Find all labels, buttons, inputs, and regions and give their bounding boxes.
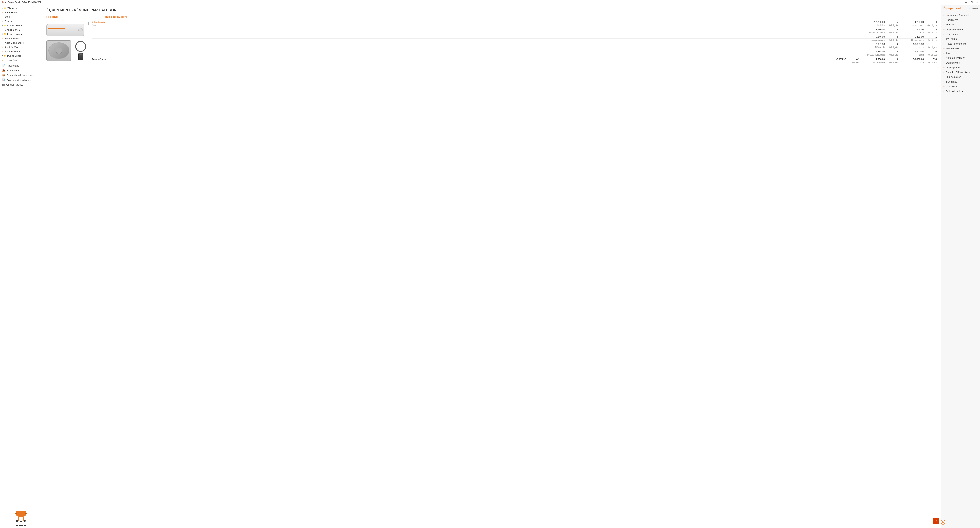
home-icon: ⌂ bbox=[1, 15, 4, 18]
close-button[interactable]: ✕ bbox=[975, 1, 979, 3]
right-panel-item-objets-pretes[interactable]: ● Objets prêtés bbox=[941, 65, 980, 70]
folder-icon: 📁 bbox=[3, 24, 6, 27]
total-row: Total général 99,855.90 42 4,558.00 6 78… bbox=[92, 57, 937, 61]
sidebar-label-edifice-futura-group: Edifice Futura bbox=[7, 33, 22, 35]
right-panel-item-jardin[interactable]: ● Jardin bbox=[941, 51, 980, 55]
expand-icon: ▼ bbox=[1, 33, 3, 35]
sidebar-item-appt-michelangelo[interactable]: ⌂ Appt Michelangelo bbox=[0, 41, 42, 45]
table-row: Villa Acacia 12,700.00 5 4,298.90 4 bbox=[92, 20, 937, 24]
right-panel-item-objets-divers[interactable]: ● Objets divers bbox=[941, 60, 980, 65]
page-title: ÉQUIPEMENT - RÉSUMÉ PAR CATÉGORIE bbox=[46, 8, 937, 12]
right-panel-item-objets-valeur-2[interactable]: ● Objets de valeur bbox=[941, 89, 980, 94]
right-panel-item-label: Documents bbox=[946, 19, 958, 21]
right-panel-item-label: Photo / Téléphonie bbox=[946, 42, 966, 45]
equipement-count: 6 bbox=[885, 58, 898, 60]
svg-rect-7 bbox=[15, 513, 17, 514]
sidebar-item-export-data-docs[interactable]: 📦 Export data & documents bbox=[0, 73, 42, 78]
sidebar-label-chalet-bianca-group: Chalet Bianca bbox=[7, 24, 22, 27]
font-size-icon[interactable]: Aa aa bbox=[972, 7, 978, 10]
value-2: 1,425.00 bbox=[898, 35, 924, 38]
sidebar-item-appt-amadeus[interactable]: ⌂ Appt Amadeus bbox=[0, 49, 42, 54]
sidebar-item-chalet-bianca-group[interactable]: ▼ 📁 Chalet Bianca bbox=[0, 23, 42, 28]
total-labels-row: # d'objets Équipement # d'objets Cave # … bbox=[92, 61, 937, 64]
right-panel-menu: ● Équipement / Résumé ● Documents ● Mobi… bbox=[941, 12, 980, 94]
chart-icon: 📊 bbox=[2, 78, 5, 81]
right-panel-item-tv-audio[interactable]: ● TV / Audio bbox=[941, 36, 980, 41]
right-panel-item-bloc-notes[interactable]: ● Bloc-notes bbox=[941, 79, 980, 84]
sidebar-item-archive[interactable]: 🗃 Afficher l'archive bbox=[0, 82, 42, 87]
link-icon[interactable]: ↗ bbox=[969, 7, 971, 10]
value-1: 2,901.00 bbox=[859, 43, 885, 45]
sidebar-label-appt-da-vinci: Appt Da Vinci bbox=[5, 46, 19, 48]
svg-text:O: O bbox=[935, 519, 937, 523]
app-icon: 🏠 bbox=[1, 1, 4, 3]
sidebar-item-rapportage[interactable]: 📄 Rapportage bbox=[0, 63, 42, 68]
sidebar-item-dunas-beach[interactable]: ⌂ Dunas Beach bbox=[0, 58, 42, 62]
right-panel-item-entretien[interactable]: ● Entretien / Réparations bbox=[941, 70, 980, 75]
equipement-objets-label: # d'objets bbox=[885, 61, 898, 64]
office-icon: O bbox=[933, 518, 939, 524]
sidebar-label-piscine: Piscine bbox=[5, 20, 13, 22]
sidebar-item-villa-acacia[interactable]: ⌂ Villa Acacia bbox=[0, 10, 42, 15]
count-2: 1 bbox=[924, 43, 937, 45]
bullet-icon: ● bbox=[943, 33, 945, 35]
sidebar-item-piscine[interactable]: ⌂ Piscine bbox=[0, 19, 42, 23]
right-panel-item-label: Électroménager bbox=[946, 33, 963, 35]
minimize-button[interactable]: — bbox=[964, 1, 968, 3]
residence-name: Villa Acacia bbox=[92, 21, 859, 23]
sidebar-item-edifice-futura[interactable]: ⌂ Edifice Futura bbox=[0, 36, 42, 41]
sidebar-item-chalet-bianca[interactable]: ⌂ Chalet Bianca bbox=[0, 28, 42, 32]
right-panel-item-mobilier[interactable]: ● Mobilier bbox=[941, 22, 980, 27]
sidebar-item-analyses[interactable]: 📊 Analyses et graphiques bbox=[0, 78, 42, 82]
sub-labels-row-2: Objets de valeur # d'objets Jardin # d'o… bbox=[92, 31, 937, 34]
folder-icon: 📁 bbox=[3, 33, 6, 36]
right-panel-item-informatique[interactable]: ● Informatique bbox=[941, 46, 980, 51]
right-panel-item-label: Équipement / Résumé bbox=[946, 14, 969, 16]
right-panel-item-documents[interactable]: ● Documents bbox=[941, 17, 980, 22]
sidebar-item-export-data[interactable]: 📤 Export data bbox=[0, 68, 42, 73]
office-icon-area: O bbox=[933, 518, 939, 525]
value-2: 4,298.90 bbox=[898, 21, 924, 23]
right-panel-item-autre-equipement[interactable]: ● Autre équipement bbox=[941, 55, 980, 60]
table-row: 14,990.00 5 1,938.00 3 bbox=[92, 28, 937, 31]
svg-point-4 bbox=[16, 520, 18, 522]
col-informatique: Informatique bbox=[898, 24, 924, 27]
value-1: 14,990.00 bbox=[859, 28, 885, 31]
sidebar-item-appt-da-vinci[interactable]: ⌂ Appt Da Vinci bbox=[0, 45, 42, 49]
home-icon: ⌂ bbox=[1, 37, 4, 40]
bullet-icon: ● bbox=[943, 71, 945, 73]
col-objets-1: # d'objets bbox=[885, 24, 898, 27]
sidebar-item-villa-acacia-group[interactable]: ▼ 📁 Villa Acacia bbox=[0, 6, 42, 10]
sidebar-item-studio[interactable]: ⌂ Studio bbox=[0, 15, 42, 19]
right-panel-item-label: Autre équipement bbox=[946, 57, 965, 59]
sub-labels-row-3: Electroménager # d'objets Objets divers … bbox=[92, 39, 937, 41]
right-panel-item-resume[interactable]: ● Équipement / Résumé bbox=[941, 13, 980, 17]
right-panel-item-flux-caisse[interactable]: ● Flux de caisse bbox=[941, 75, 980, 79]
sidebar-item-dunas-beach-group[interactable]: ▼ 📁 Dunas Beach bbox=[0, 54, 42, 58]
bullet-icon: ● bbox=[943, 62, 945, 64]
svg-rect-3 bbox=[23, 517, 24, 521]
data-table-area: Villa Acacia 12,700.00 5 4,298.90 4 Nom … bbox=[92, 20, 937, 64]
equipement-value: 4,558.00 bbox=[859, 58, 885, 60]
maximize-button[interactable]: ❐ bbox=[970, 1, 974, 3]
count-2: 3 bbox=[924, 28, 937, 31]
value-1: 2,419.00 bbox=[859, 50, 885, 53]
sidebar-label-analyses: Analyses et graphiques bbox=[7, 79, 31, 81]
equipment-image-area bbox=[46, 20, 90, 61]
sidebar-label-villa-acacia-group: Villa Acacia bbox=[7, 7, 19, 10]
bullet-icon: ● bbox=[943, 48, 945, 49]
bullet-icon: ● bbox=[943, 24, 945, 26]
right-panel-item-photo-telephonie[interactable]: ● Photo / Téléphonie bbox=[941, 41, 980, 46]
scroll-button[interactable]: ↻ bbox=[941, 520, 945, 525]
right-panel-item-label: Informatique bbox=[946, 47, 959, 50]
right-panel-item-objets-valeur[interactable]: ● Objets de valeur bbox=[941, 27, 980, 32]
folder-icon: 📁 bbox=[3, 7, 6, 10]
col-objets-10: # d'objets bbox=[924, 54, 937, 56]
col-objets-valeur: Objets de valeur bbox=[859, 32, 885, 34]
expand-icon: ▼ bbox=[1, 55, 3, 57]
sidebar-item-edifice-futura-group[interactable]: ▼ 📁 Edifice Futura bbox=[0, 32, 42, 36]
right-panel-item-assurance[interactable]: ● Assurance bbox=[941, 84, 980, 89]
home-icon: ⌂ bbox=[1, 59, 4, 62]
right-panel-item-electromenager[interactable]: ● Électroménager bbox=[941, 32, 980, 36]
svg-point-5 bbox=[20, 521, 22, 522]
